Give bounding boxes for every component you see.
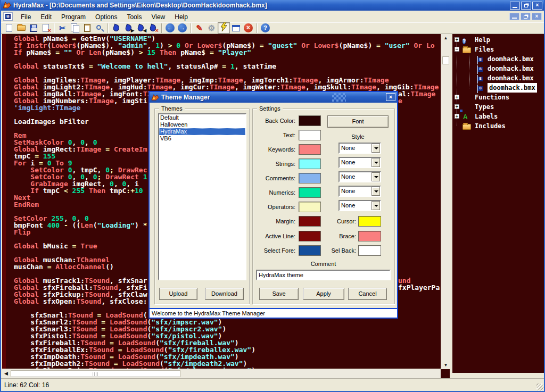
- horizontal-scroll-thumb[interactable]: [11, 370, 180, 377]
- bookmark-next-button[interactable]: ▸: [122, 22, 135, 34]
- open-file-button[interactable]: [15, 22, 27, 34]
- font-button[interactable]: Font: [327, 115, 389, 128]
- tree-item-doomhack-bmx[interactable]: Bdoomhack.bmx: [452, 73, 544, 83]
- menu-item-help[interactable]: Help: [170, 12, 193, 22]
- tree-item-files[interactable]: −Files: [452, 45, 544, 54]
- color-swatch-operators[interactable]: [299, 202, 321, 212]
- color-swatch-selback[interactable]: [358, 245, 381, 256]
- color-swatch-keywords[interactable]: [299, 144, 321, 155]
- scroll-down-icon[interactable]: ▼: [441, 363, 450, 368]
- navigate-forward-icon: →: [178, 23, 187, 32]
- tree-item-doomhack-bmx[interactable]: Bdoomhack.bmx: [452, 83, 544, 93]
- color-swatch-text[interactable]: [299, 130, 321, 140]
- download-button[interactable]: Download: [205, 288, 244, 300]
- style-dropdown[interactable]: None: [338, 143, 381, 154]
- new-file-button[interactable]: [3, 22, 15, 34]
- close-button[interactable]: ×: [532, 2, 542, 10]
- stop-button[interactable]: ×: [242, 22, 254, 34]
- settings-group: Settings Back Color:FontText:StyleKeywor…: [252, 109, 395, 304]
- dialog-close-button[interactable]: ×: [386, 93, 395, 101]
- paste-button[interactable]: [81, 22, 93, 34]
- tree-item-help[interactable]: +?Help: [452, 35, 544, 45]
- menu-item-tools[interactable]: Tools: [122, 12, 146, 22]
- save-button[interactable]: [27, 22, 39, 34]
- bookmark-next-icon: ▸: [126, 24, 131, 31]
- style-dropdown[interactable]: None: [338, 171, 381, 182]
- mdi-close-button[interactable]: ×: [532, 13, 542, 20]
- build-run-button[interactable]: [218, 22, 230, 34]
- collapse-icon[interactable]: −: [455, 47, 459, 52]
- editor-horizontal-scrollbar[interactable]: ◀: [2, 369, 441, 378]
- scroll-left-icon[interactable]: ◀: [4, 371, 8, 376]
- chevron-down-icon[interactable]: [371, 201, 380, 210]
- menu-item-view[interactable]: View: [146, 12, 170, 22]
- expand-icon[interactable]: +: [455, 37, 459, 42]
- settings-group-label: Settings: [257, 105, 283, 112]
- editor-vertical-scrollbar[interactable]: ▲ ▼: [441, 34, 450, 369]
- tree-item-doomhack-bmx[interactable]: Bdoomhack.bmx: [452, 64, 544, 73]
- themes-list[interactable]: DefaultHalloweenHydraMaxVB6: [158, 113, 246, 280]
- find-button[interactable]: [93, 22, 105, 34]
- menu-item-program[interactable]: Program: [56, 12, 90, 22]
- tree-item-includes[interactable]: Includes: [452, 121, 544, 131]
- bookmark-prev-button[interactable]: ◂: [135, 22, 147, 34]
- chevron-down-icon[interactable]: [371, 144, 380, 153]
- color-swatch-backcolor[interactable]: [299, 115, 321, 126]
- restore-button[interactable]: [521, 2, 531, 10]
- upload-button[interactable]: Upload: [159, 288, 197, 300]
- edit-pencil-button[interactable]: ✎: [193, 22, 205, 34]
- expand-icon[interactable]: +: [455, 95, 459, 99]
- menu-item-options[interactable]: Options: [90, 12, 122, 22]
- tree-item-labels[interactable]: +ALabels: [452, 112, 544, 121]
- style-dropdown[interactable]: None: [338, 200, 381, 211]
- theme-list-item-default[interactable]: Default: [159, 114, 245, 121]
- save-button[interactable]: Save: [259, 288, 299, 300]
- color-swatch-brace[interactable]: [358, 231, 381, 241]
- color-swatch-comments[interactable]: [299, 173, 321, 184]
- chevron-down-icon[interactable]: [371, 172, 380, 181]
- dialog-title-bar[interactable]: Theme Manager ×: [150, 92, 397, 103]
- menu-item-file[interactable]: File: [16, 12, 36, 22]
- chevron-down-icon[interactable]: [371, 187, 380, 196]
- tree-item-doomhack-bmx[interactable]: Bdoomhack.bmx: [452, 54, 544, 64]
- mdi-restore-button[interactable]: [521, 13, 531, 20]
- minimize-button[interactable]: [510, 2, 520, 10]
- color-swatch-cursor[interactable]: [358, 216, 381, 227]
- vertical-scroll-thumb[interactable]: [442, 56, 449, 64]
- color-swatch-strings[interactable]: [299, 159, 321, 169]
- style-dropdown[interactable]: None: [338, 157, 381, 168]
- chevron-down-icon[interactable]: [371, 158, 380, 167]
- bookmark-clear-button[interactable]: ×: [147, 22, 159, 34]
- mdi-minimize-button[interactable]: [509, 13, 519, 20]
- expand-icon[interactable]: +: [455, 104, 459, 109]
- copy-button[interactable]: [69, 22, 81, 34]
- navigate-forward-button[interactable]: →: [176, 22, 188, 34]
- toolbar-separator: [161, 23, 162, 33]
- navigate-back-button[interactable]: ←: [164, 22, 176, 34]
- style-dropdown[interactable]: None: [338, 186, 381, 197]
- apply-button[interactable]: Apply: [303, 288, 344, 300]
- settings-gear-button[interactable]: ⚙: [205, 22, 218, 34]
- new-window-button[interactable]: [230, 22, 242, 34]
- setting-label: Select Fore:: [253, 245, 295, 256]
- cancel-button[interactable]: Cancel: [348, 288, 387, 300]
- expand-icon[interactable]: +: [455, 114, 459, 119]
- bookmark-button[interactable]: [110, 22, 122, 34]
- tree-item-types[interactable]: +Types: [452, 102, 544, 112]
- scroll-up-icon[interactable]: ▲: [441, 36, 450, 40]
- menu-item-edit[interactable]: Edit: [36, 12, 56, 22]
- title-bar[interactable]: HydraMax - [D:\Documents and Settings\Ei…: [1, 0, 544, 11]
- tree-item-functions[interactable]: +Functions: [452, 93, 544, 102]
- resize-grip[interactable]: [536, 383, 543, 390]
- cut-button[interactable]: ✂: [56, 22, 69, 34]
- help-button[interactable]: ?: [259, 22, 271, 34]
- close-file-button[interactable]: ×: [39, 22, 52, 34]
- theme-list-item-vb6[interactable]: VB6: [159, 135, 245, 142]
- save-icon: [30, 24, 37, 32]
- theme-list-item-halloween[interactable]: Halloween: [159, 121, 245, 128]
- comment-input[interactable]: [256, 270, 391, 280]
- color-swatch-numerics[interactable]: [299, 187, 321, 198]
- document-icon[interactable]: B: [3, 12, 13, 21]
- code-line-tail: e: [398, 97, 402, 104]
- theme-list-item-hydramax[interactable]: HydraMax: [159, 128, 245, 135]
